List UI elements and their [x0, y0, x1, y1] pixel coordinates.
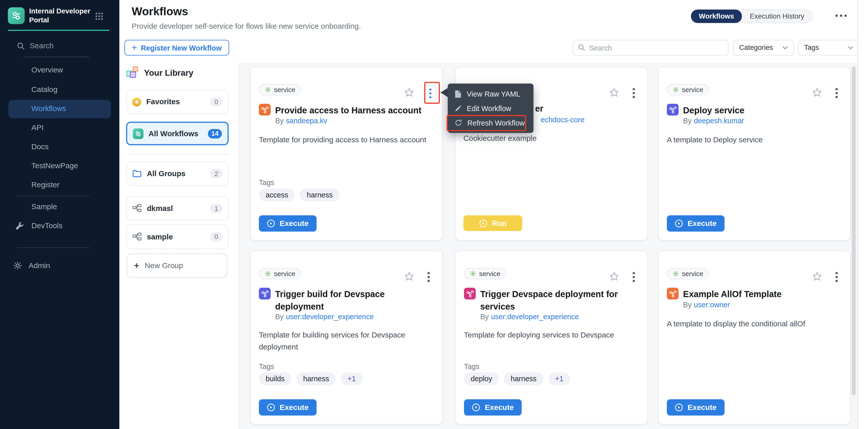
owner-link[interactable]: user:developer_experience — [491, 312, 579, 321]
search-input[interactable] — [589, 44, 723, 52]
owner-link[interactable]: user:developer_experience — [286, 312, 374, 321]
library-item-favorites[interactable]: Favorites 0 — [126, 90, 228, 114]
menu-item-edit-workflow[interactable]: Edit Workflow — [448, 101, 533, 115]
library-item-group[interactable]: dkmasl 1 — [126, 196, 228, 220]
tag-more-chip[interactable]: +1 — [548, 372, 570, 385]
tags-dropdown[interactable]: Tags — [798, 40, 860, 56]
sidebar-item-admin[interactable]: Admin — [0, 259, 119, 273]
menu-item-view-raw-yaml[interactable]: View Raw YAML — [448, 86, 533, 101]
favorite-star-icon[interactable] — [609, 271, 619, 282]
search-icon — [578, 44, 586, 52]
sidebar-item-register[interactable]: Register — [0, 178, 119, 192]
view-toggle: Workflows Execution History — [691, 10, 813, 23]
workflow-search — [572, 40, 728, 56]
workflow-byline: Byuser:developer_experience — [480, 312, 579, 321]
folder-icon — [132, 169, 142, 178]
page-subtitle: Provide developer self-service for flows… — [132, 22, 361, 30]
more-options-icon[interactable] — [836, 15, 847, 17]
count-badge: 0 — [210, 97, 222, 107]
run-button[interactable]: Run — [463, 215, 522, 231]
execute-button[interactable]: Execute — [259, 399, 316, 416]
workflow-type-icon — [464, 288, 476, 299]
workflow-type-icon — [667, 288, 679, 299]
favorite-star-icon[interactable] — [404, 271, 414, 282]
tag-chip: builds — [259, 372, 291, 385]
plus-icon: + — [132, 42, 137, 53]
library-item-all-groups[interactable]: All Groups 2 — [126, 162, 228, 186]
library-item-group[interactable]: sample 0 — [126, 224, 228, 249]
tag-more-chip[interactable]: +1 — [341, 372, 363, 385]
execute-button[interactable]: Execute — [667, 399, 724, 416]
sidebar-item-overview[interactable]: Overview — [0, 63, 119, 77]
service-gear-icon — [470, 270, 476, 277]
execute-button[interactable]: Execute — [667, 215, 724, 231]
toggle-workflows[interactable]: Workflows — [691, 10, 742, 23]
tag-chip: harness — [297, 372, 336, 385]
app-switcher-icon[interactable] — [95, 12, 103, 21]
star-circle-icon — [132, 97, 141, 106]
workflow-description: Template for building services for Devsp… — [259, 330, 432, 352]
sidebar-item-workflows[interactable]: Workflows — [0, 102, 119, 116]
tag-chip: deploy — [464, 372, 499, 385]
hidden-card-owner-fragment[interactable]: echdocs-core — [541, 116, 584, 124]
card-menu-kebab[interactable] — [632, 88, 634, 98]
page-title: Workflows — [132, 5, 188, 18]
favorite-star-icon[interactable] — [812, 87, 822, 97]
toggle-execution-history[interactable]: Execution History — [742, 12, 812, 20]
tag-row: access harness — [259, 188, 339, 201]
wrench-icon — [15, 221, 25, 231]
favorite-star-icon[interactable] — [404, 87, 414, 97]
workflow-title: Example AllOf Template — [683, 288, 840, 301]
brand: Internal DeveloperPortal — [8, 7, 95, 25]
new-group-button[interactable]: + New Group — [127, 253, 227, 278]
owner-link[interactable]: sandeepa.kv — [286, 117, 327, 125]
play-icon — [267, 219, 275, 228]
workflow-byline: Bydeepesh.kumar — [683, 117, 744, 125]
content-scrollbar-thumb[interactable] — [852, 66, 856, 395]
sidebar-search-label: Search — [30, 41, 54, 50]
execute-button[interactable]: Execute — [259, 215, 316, 231]
favorite-star-icon[interactable] — [812, 271, 822, 282]
workflow-card: service Example AllOf Template Byuser:ow… — [658, 251, 851, 424]
library-item-all-workflows[interactable]: All Workflows 14 — [126, 122, 228, 145]
category-pill: service — [259, 268, 301, 279]
tag-row: builds harness +1 — [259, 372, 362, 385]
sidebar-item-testnewpage[interactable]: TestNewPage — [0, 159, 119, 173]
play-icon — [675, 403, 683, 412]
document-icon — [455, 89, 462, 98]
execute-button[interactable]: Execute — [464, 399, 522, 416]
sidebar-item-sample[interactable]: Sample — [0, 200, 119, 214]
card-menu-kebab[interactable] — [428, 272, 430, 282]
workflow-card: service Trigger build for Devspace deplo… — [250, 251, 443, 424]
card-menu-kebab[interactable] — [632, 272, 634, 282]
tag-chip: harness — [504, 372, 543, 385]
hidden-card-title-fragment: er — [535, 104, 543, 114]
count-badge: 1 — [210, 204, 222, 213]
workflow-card: service Trigger Devspace deployment for … — [455, 251, 648, 424]
workflow-card: service Deploy service Bydeepesh.kumar A… — [658, 67, 851, 241]
workflow-description: Template for providing access to Harness… — [259, 135, 432, 146]
sidebar: Internal DeveloperPortal Search Overview… — [0, 0, 119, 429]
favorite-star-icon[interactable] — [609, 87, 619, 97]
app-root: Internal DeveloperPortal Search Overview… — [0, 0, 868, 429]
card-menu-kebab[interactable] — [836, 88, 838, 98]
annotation-box-refresh-workflow — [447, 115, 526, 131]
owner-link[interactable]: user:owner — [694, 301, 730, 309]
owner-link[interactable]: deepesh.kumar — [694, 117, 744, 125]
workflow-title: Trigger Devspace deployment for services — [480, 288, 637, 313]
group-hierarchy-icon — [132, 204, 142, 213]
workflow-title: Trigger build for Devspace deployment — [275, 288, 432, 313]
sidebar-item-catalog[interactable]: Catalog — [0, 83, 119, 96]
category-pill: service — [259, 84, 301, 95]
workflow-type-icon — [259, 104, 271, 115]
register-new-workflow-button[interactable]: + Register New Workflow — [124, 40, 229, 56]
tags-label: Tags — [259, 178, 274, 187]
categories-dropdown[interactable]: Categories — [733, 40, 794, 56]
service-gear-icon — [265, 270, 271, 277]
sidebar-item-docs[interactable]: Docs — [0, 140, 119, 154]
card-menu-kebab[interactable] — [836, 272, 838, 282]
sidebar-item-api[interactable]: API — [0, 121, 119, 135]
sidebar-item-devtools[interactable]: DevTools — [0, 219, 119, 233]
play-icon — [267, 403, 275, 412]
count-badge: 0 — [210, 232, 222, 241]
